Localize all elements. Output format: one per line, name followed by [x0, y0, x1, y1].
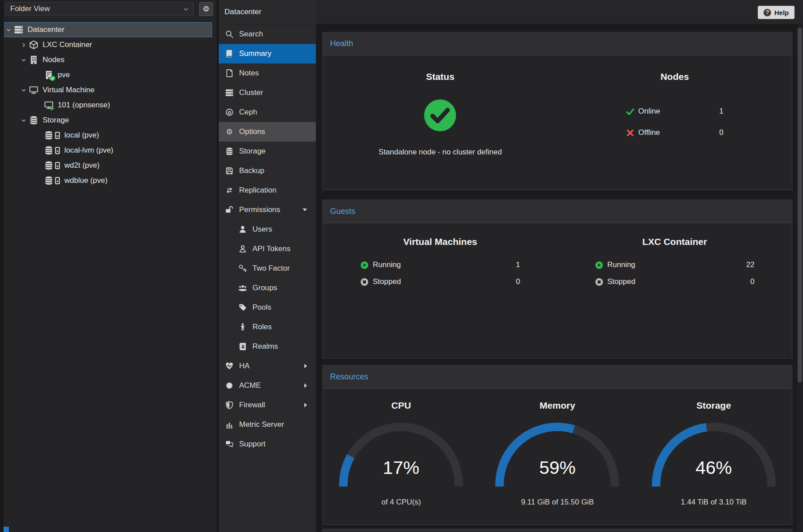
tree-item-label: wd2t (pve) — [64, 161, 99, 170]
guests-panel-title: Guests — [323, 200, 792, 223]
tree-item-label: local-lvm (pve) — [64, 146, 114, 155]
datacenter-nav-panel: Datacenter Search Summary Notes Cluster — [217, 0, 316, 532]
user-icon — [237, 225, 248, 234]
tree-item-lxc-container[interactable]: LXC Container — [4, 37, 212, 52]
storage-database-icon — [44, 146, 54, 155]
tree-item-datacenter[interactable]: Datacenter — [4, 22, 212, 37]
online-check-badge — [50, 75, 55, 81]
vm-stopped-row: Stopped 0 — [360, 275, 520, 289]
monitor-icon — [29, 85, 39, 95]
nav-item-two-factor[interactable]: Two Factor — [219, 259, 316, 278]
tree-item-storage-local-lvm[interactable]: local-lvm (pve) — [4, 143, 212, 158]
nav-item-roles[interactable]: Roles — [219, 317, 316, 337]
collapse-chevron-icon[interactable] — [20, 56, 27, 63]
tree-panel-header: Folder View ⚙ — [4, 0, 217, 20]
nav-item-firewall[interactable]: Firewall — [219, 395, 316, 415]
search-icon — [224, 29, 235, 39]
certificate-seal-icon — [224, 381, 235, 390]
tree-item-label: LXC Container — [43, 40, 92, 49]
nav-item-pools[interactable]: Pools — [219, 298, 316, 317]
tree-item-pve[interactable]: pve — [4, 67, 212, 83]
collapse-chevron-icon[interactable] — [20, 117, 27, 124]
nav-item-users[interactable]: Users — [219, 220, 316, 239]
nav-item-support[interactable]: Support — [219, 434, 316, 454]
health-panel-title: Health — [323, 32, 792, 55]
nodes-heading: Nodes — [661, 71, 689, 82]
repeat-arrows-icon — [224, 185, 235, 195]
bottom-left-indicator — [4, 527, 9, 532]
nav-item-permissions[interactable]: Permissions — [219, 200, 316, 220]
check-icon — [626, 107, 634, 116]
chevron-right-icon — [304, 383, 307, 388]
expand-chevron-icon[interactable] — [20, 41, 27, 48]
resource-tree-panel: Folder View ⚙ Datacenter — [0, 0, 217, 532]
storage-database-icon — [44, 176, 54, 185]
node-online-icon — [44, 70, 54, 80]
cross-icon — [626, 129, 634, 137]
tree-item-storage-wd2t[interactable]: wd2t (pve) — [4, 158, 212, 173]
view-mode-select[interactable]: Folder View — [5, 2, 193, 16]
cpu-detail: of 4 CPU(s) — [382, 498, 421, 507]
stop-circle-icon — [360, 278, 369, 286]
storage-percent: 46% — [647, 457, 780, 478]
chevron-right-icon — [304, 403, 307, 407]
tree-settings-button[interactable]: ⚙ — [199, 2, 213, 16]
nav-item-backup[interactable]: Backup — [219, 161, 316, 181]
resources-panel: Resources CPU 17% of 4 CPU(s) Memory — [323, 365, 792, 525]
tree-item-label: wdblue (pve) — [64, 176, 107, 185]
nav-item-groups[interactable]: Groups — [219, 278, 316, 298]
drive-icon — [55, 177, 60, 185]
database-icon — [224, 146, 235, 156]
nav-item-replication[interactable]: Replication — [219, 181, 316, 200]
ceph-icon — [224, 107, 235, 117]
content-scrollbar — [797, 24, 803, 532]
memory-detail: 9.11 GiB of 15.50 GiB — [521, 498, 594, 507]
row-label: Stopped — [607, 277, 635, 286]
running-play-badge — [50, 106, 55, 111]
nav-item-storage[interactable]: Storage — [219, 142, 316, 161]
nav-item-realms[interactable]: Realms — [219, 337, 316, 356]
tree-item-label: pve — [58, 71, 70, 79]
row-value: 0 — [516, 277, 520, 286]
note-icon — [224, 68, 235, 78]
status-message: Standalone node - no cluster defined — [378, 148, 502, 157]
collapse-chevron-icon[interactable] — [5, 26, 12, 33]
next-panel-edge — [323, 529, 792, 532]
nav-item-acme[interactable]: ACME — [219, 376, 316, 395]
stop-circle-icon — [595, 278, 603, 286]
tree-item-storage-wdblue[interactable]: wdblue (pve) — [4, 173, 212, 188]
vm-running-icon — [44, 100, 54, 110]
nav-item-options[interactable]: ⚙ Options — [219, 122, 316, 142]
memory-gauge-column: Memory 59% 9.11 GiB of 15.50 GiB — [479, 389, 635, 524]
tree-item-nodes[interactable]: Nodes — [4, 52, 212, 67]
vm-heading: Virtual Machines — [403, 236, 477, 247]
storage-database-icon — [44, 161, 54, 170]
nodes-building-icon — [29, 55, 39, 65]
row-label: Stopped — [373, 277, 401, 286]
nav-item-metric-server[interactable]: Metric Server — [219, 415, 316, 434]
nav-item-summary[interactable]: Summary — [219, 44, 316, 63]
tree-item-vm-101[interactable]: 101 (opnsense) — [4, 98, 212, 113]
nav-item-ha[interactable]: HA — [219, 356, 316, 376]
memory-percent: 59% — [491, 457, 624, 478]
lxc-stopped-row: Stopped 0 — [595, 275, 755, 289]
status-ok-icon — [421, 96, 459, 134]
scrollbar-thumb[interactable] — [798, 28, 802, 382]
resources-panel-title: Resources — [323, 366, 792, 389]
lxc-running-row: Running 22 — [595, 258, 755, 272]
cpu-heading: CPU — [391, 400, 411, 411]
nav-item-api-tokens[interactable]: API Tokens — [219, 239, 316, 259]
top-bar: ? Help — [316, 0, 803, 24]
nav-item-cluster[interactable]: Cluster — [219, 83, 316, 102]
help-button[interactable]: ? Help — [758, 6, 795, 19]
drive-icon — [55, 131, 60, 139]
tree-item-storage-local[interactable]: local (pve) — [4, 128, 212, 143]
tree-item-virtual-machine[interactable]: Virtual Machine — [4, 83, 212, 98]
nav-item-notes[interactable]: Notes — [219, 63, 316, 83]
gear-icon: ⚙ — [224, 127, 235, 137]
nav-item-search[interactable]: Search — [219, 24, 316, 44]
key-icon — [237, 264, 248, 273]
nav-item-ceph[interactable]: Ceph — [219, 102, 316, 122]
tree-item-storage[interactable]: Storage — [4, 113, 212, 128]
collapse-chevron-icon[interactable] — [20, 87, 27, 94]
